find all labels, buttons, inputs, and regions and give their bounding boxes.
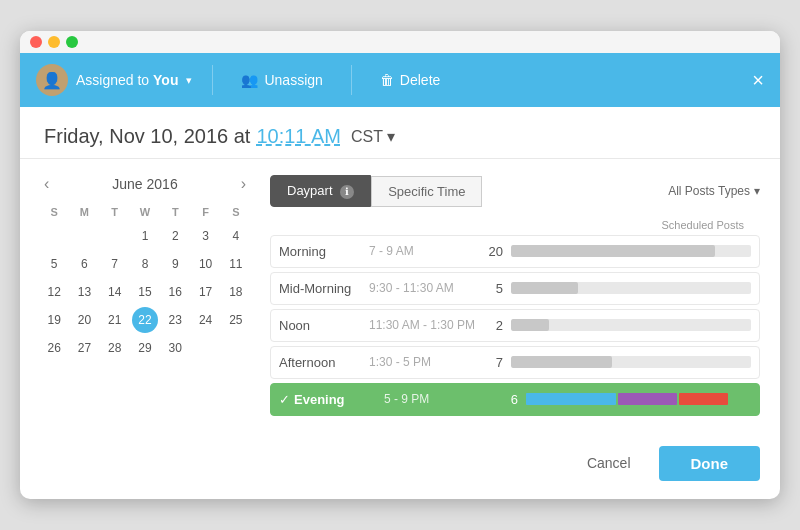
morning-label: Morning <box>279 244 369 259</box>
info-icon: ℹ <box>340 185 354 199</box>
close-button[interactable]: × <box>752 70 764 90</box>
cal-day-25[interactable]: 25 <box>223 307 249 333</box>
unassign-button[interactable]: 👥 Unassign <box>233 68 330 92</box>
cal-day-18[interactable]: 18 <box>223 279 249 305</box>
cal-day-12[interactable]: 12 <box>41 279 67 305</box>
cal-day-13[interactable]: 13 <box>71 279 97 305</box>
cal-day-17[interactable]: 17 <box>193 279 219 305</box>
right-panel: Daypart ℹ Specific Time All Posts Types … <box>270 175 760 420</box>
cal-day-21[interactable]: 21 <box>102 307 128 333</box>
schedule-header: Scheduled Posts <box>270 219 760 231</box>
cal-day-24[interactable]: 24 <box>193 307 219 333</box>
noon-label: Noon <box>279 318 369 333</box>
date-prefix: Friday, Nov 10, 2016 at <box>44 125 250 148</box>
evening-bar <box>526 393 751 405</box>
maximize-traffic-light[interactable] <box>66 36 78 48</box>
morning-count: 20 <box>479 244 503 259</box>
evening-label: Evening <box>294 392 384 407</box>
cal-day-23[interactable]: 23 <box>162 307 188 333</box>
cal-header-sat: S <box>222 203 250 221</box>
cal-day-9[interactable]: 9 <box>162 251 188 277</box>
daypart-midmorning[interactable]: Mid-Morning 9:30 - 11:30 AM 5 <box>270 272 760 305</box>
evening-count: 6 <box>494 392 518 407</box>
midmorning-label: Mid-Morning <box>279 281 369 296</box>
cal-day-3[interactable]: 3 <box>193 223 219 249</box>
cal-day-15[interactable]: 15 <box>132 279 158 305</box>
calendar: ‹ June 2016 › S M T W T F S 1 2 3 4 <box>40 175 250 420</box>
cal-day-7[interactable]: 7 <box>102 251 128 277</box>
cal-day-20[interactable]: 20 <box>71 307 97 333</box>
assigned-button[interactable]: 👤 Assigned to You ▾ <box>36 64 192 96</box>
tab-specific-time[interactable]: Specific Time <box>371 176 482 207</box>
daypart-evening[interactable]: ✓ Evening 5 - 9 PM 6 <box>270 383 760 416</box>
midmorning-time: 9:30 - 11:30 AM <box>369 281 479 295</box>
tab-daypart[interactable]: Daypart ℹ <box>270 175 371 207</box>
post-types-button[interactable]: All Posts Types ▾ <box>668 184 760 198</box>
morning-time: 7 - 9 AM <box>369 244 479 258</box>
unassign-icon: 👥 <box>241 72 258 88</box>
afternoon-time: 1:30 - 5 PM <box>369 355 479 369</box>
cal-day-11[interactable]: 11 <box>223 251 249 277</box>
avatar: 👤 <box>36 64 68 96</box>
cal-day-30[interactable]: 30 <box>162 335 188 361</box>
cal-day-8[interactable]: 8 <box>132 251 158 277</box>
prev-month-button[interactable]: ‹ <box>40 175 53 193</box>
cal-day-26[interactable]: 26 <box>41 335 67 361</box>
evening-bar-red <box>679 393 729 405</box>
noon-time: 11:30 AM - 1:30 PM <box>369 318 479 332</box>
assigned-text: Assigned to You <box>76 72 178 88</box>
next-month-button[interactable]: › <box>237 175 250 193</box>
midmorning-count: 5 <box>479 281 503 296</box>
cal-day-28[interactable]: 28 <box>102 335 128 361</box>
cal-day-16[interactable]: 16 <box>162 279 188 305</box>
tabs-row: Daypart ℹ Specific Time All Posts Types … <box>270 175 760 207</box>
cal-day-27[interactable]: 27 <box>71 335 97 361</box>
cal-day-4[interactable]: 4 <box>223 223 249 249</box>
afternoon-bar-fill <box>511 356 612 368</box>
footer: Cancel Done <box>20 436 780 499</box>
cal-day-29[interactable]: 29 <box>132 335 158 361</box>
noon-count: 2 <box>479 318 503 333</box>
afternoon-label: Afternoon <box>279 355 369 370</box>
assigned-chevron-icon: ▾ <box>186 74 192 87</box>
cal-day-14[interactable]: 14 <box>102 279 128 305</box>
main-content: ‹ June 2016 › S M T W T F S 1 2 3 4 <box>20 159 780 436</box>
scheduled-posts-label: Scheduled Posts <box>622 219 752 231</box>
cal-day-5[interactable]: 5 <box>41 251 67 277</box>
cal-day-10[interactable]: 10 <box>193 251 219 277</box>
daypart-morning[interactable]: Morning 7 - 9 AM 20 <box>270 235 760 268</box>
cal-header-sun: S <box>40 203 68 221</box>
cal-day-empty <box>193 335 219 361</box>
cal-day-empty <box>41 223 67 249</box>
main-window: 👤 Assigned to You ▾ 👥 Unassign 🗑 Delete … <box>20 31 780 499</box>
calendar-header: ‹ June 2016 › <box>40 175 250 193</box>
header-divider-2 <box>351 65 352 95</box>
delete-button[interactable]: 🗑 Delete <box>372 68 448 92</box>
cal-day-22[interactable]: 22 <box>132 307 158 333</box>
cal-header-thu: T <box>161 203 189 221</box>
cancel-button[interactable]: Cancel <box>571 447 647 479</box>
cal-day-1[interactable]: 1 <box>132 223 158 249</box>
calendar-month-label: June 2016 <box>112 176 177 192</box>
check-icon: ✓ <box>279 392 290 407</box>
daypart-afternoon[interactable]: Afternoon 1:30 - 5 PM 7 <box>270 346 760 379</box>
close-traffic-light[interactable] <box>30 36 42 48</box>
cal-header-wed: W <box>131 203 159 221</box>
minimize-traffic-light[interactable] <box>48 36 60 48</box>
morning-bar <box>511 245 751 257</box>
cal-header-fri: F <box>191 203 219 221</box>
cal-day-empty <box>71 223 97 249</box>
daypart-noon[interactable]: Noon 11:30 AM - 1:30 PM 2 <box>270 309 760 342</box>
done-button[interactable]: Done <box>659 446 761 481</box>
midmorning-bar <box>511 282 751 294</box>
cal-day-19[interactable]: 19 <box>41 307 67 333</box>
cal-day-6[interactable]: 6 <box>71 251 97 277</box>
cal-day-empty <box>223 335 249 361</box>
timezone-selector[interactable]: CST ▾ <box>351 127 395 146</box>
cal-header-tue: T <box>101 203 129 221</box>
cal-header-mon: M <box>70 203 98 221</box>
noon-bar-fill <box>511 319 549 331</box>
cal-day-2[interactable]: 2 <box>162 223 188 249</box>
time-link[interactable]: 10:11 AM <box>256 125 341 148</box>
titlebar <box>20 31 780 53</box>
